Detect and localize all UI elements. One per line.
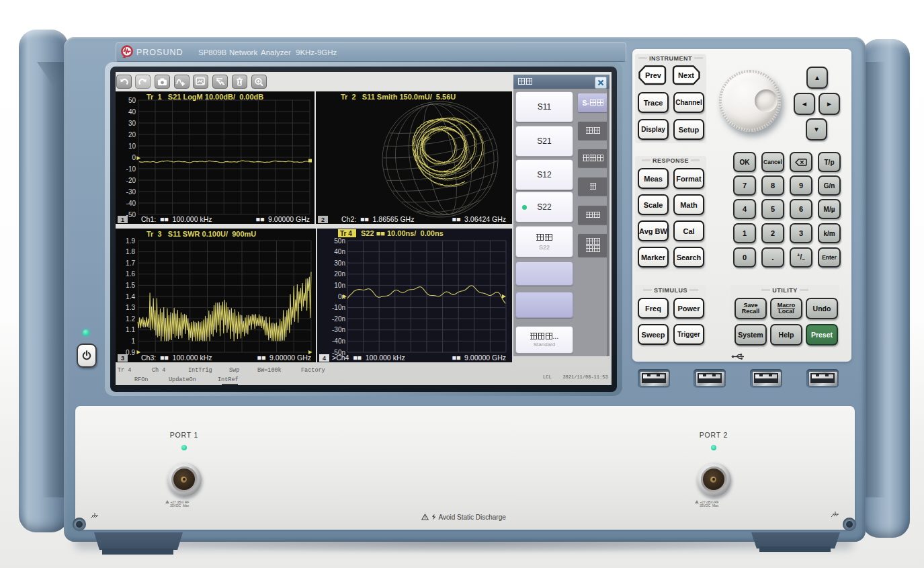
svg-text:-30: -30 <box>126 188 136 196</box>
svg-text:Prev: Prev <box>645 71 662 79</box>
svg-text:40: 40 <box>128 108 136 116</box>
svg-text:-40n: -40n <box>332 337 345 345</box>
svg-text:-10: -10 <box>126 165 136 173</box>
svg-text:■■ 9.00000 GHz: ■■ 9.00000 GHz <box>452 354 506 362</box>
svg-text:-20: -20 <box>126 177 136 184</box>
svg-text:■■ 9.00000 GHz: ■■ 9.00000 GHz <box>257 354 311 362</box>
svg-text:-40: -40 <box>126 200 136 207</box>
svg-text:40n: 40n <box>334 248 345 255</box>
svg-text:-30n: -30n <box>332 326 345 333</box>
svg-text:■■ 3.06424 GHz: ■■ 3.06424 GHz <box>452 215 506 223</box>
svg-text:1.2: 1.2 <box>126 315 135 323</box>
svg-text:1.7: 1.7 <box>126 259 135 267</box>
svg-text:20n: 20n <box>334 270 345 278</box>
svg-text:S22 ■■ 10.00ns/ 0.00ns: S22 ■■ 10.00ns/ 0.00ns <box>361 229 444 237</box>
svg-text:Tr 2 S11 Smith 150.0mU/ 5.: Tr 2 S11 Smith 150.0mU/ 5.56U <box>341 93 456 101</box>
svg-text:30: 30 <box>128 120 136 127</box>
svg-text:Ch3: ■■ 100.000 kHz: Ch3: ■■ 100.000 kHz <box>141 354 212 362</box>
svg-text:30n: 30n <box>334 259 345 267</box>
svg-text:4: 4 <box>323 355 326 362</box>
svg-text:■■ 9.00000 GHz: ■■ 9.00000 GHz <box>256 215 310 223</box>
svg-text:1: 1 <box>131 337 135 345</box>
svg-text:10n: 10n <box>334 282 345 289</box>
svg-text:>Ch4 ■■ 100.000 kHz: >Ch4 ■■ 100.000 kHz <box>332 354 405 362</box>
svg-text:Tr 1 S21 LogM 10.00dB/ 0.0: Tr 1 S21 LogM 10.00dB/ 0.00dB <box>146 93 263 101</box>
svg-text:1.5: 1.5 <box>126 282 135 289</box>
svg-text:1.6: 1.6 <box>126 270 135 278</box>
svg-text:1.9: 1.9 <box>126 237 135 245</box>
svg-text:-10n: -10n <box>332 304 345 311</box>
svg-text:-20n: -20n <box>332 315 345 323</box>
svg-text:1.8: 1.8 <box>126 248 135 255</box>
svg-text:Ch1: ■■ 100.000 kHz: Ch1: ■■ 100.000 kHz <box>141 215 212 223</box>
svg-text:1.4: 1.4 <box>126 293 135 300</box>
svg-text:2: 2 <box>321 216 325 223</box>
svg-text:50: 50 <box>128 97 136 104</box>
svg-text:20: 20 <box>128 131 136 138</box>
svg-text:10: 10 <box>128 143 136 150</box>
svg-text:0: 0 <box>132 154 136 161</box>
svg-text:1.1: 1.1 <box>126 326 135 333</box>
svg-text:Tr 3 S11 SWR 0.100U/ 900mU: Tr 3 S11 SWR 0.100U/ 900mU <box>146 230 256 238</box>
svg-text:Tr 4: Tr 4 <box>340 230 352 237</box>
svg-text:1.3: 1.3 <box>126 304 135 311</box>
svg-text:Ch2: ■■ 1.86565 GHz: Ch2: ■■ 1.86565 GHz <box>341 215 414 223</box>
svg-text:Next: Next <box>678 71 694 79</box>
svg-text:50n: 50n <box>334 237 345 245</box>
svg-text:3: 3 <box>121 355 124 362</box>
svg-text:1: 1 <box>121 216 124 223</box>
